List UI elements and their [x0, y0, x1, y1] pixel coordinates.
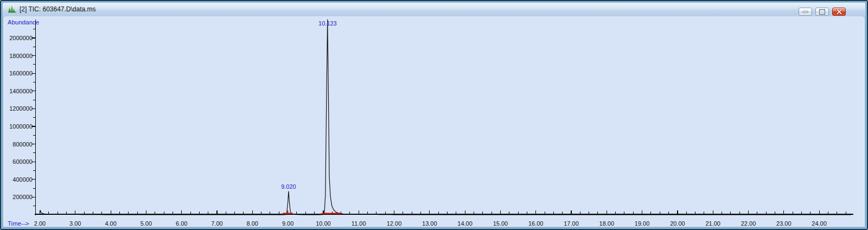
chromatogram-icon [8, 5, 17, 14]
chemstation-chromatogram-window: [2] TIC: 603647.D\data.ms 2.0 [0, 0, 868, 230]
maximize-button[interactable] [815, 8, 829, 16]
minimize-icon [802, 9, 808, 14]
maximize-icon [819, 9, 825, 15]
title-bar[interactable]: [2] TIC: 603647.D\data.ms [3, 3, 865, 17]
window-title: [2] TIC: 603647.D\data.ms [20, 5, 96, 13]
plot-surface [5, 16, 863, 225]
minimize-button[interactable] [799, 8, 812, 16]
window-controls [799, 8, 846, 16]
close-button[interactable] [832, 8, 846, 16]
close-icon [837, 9, 842, 14]
